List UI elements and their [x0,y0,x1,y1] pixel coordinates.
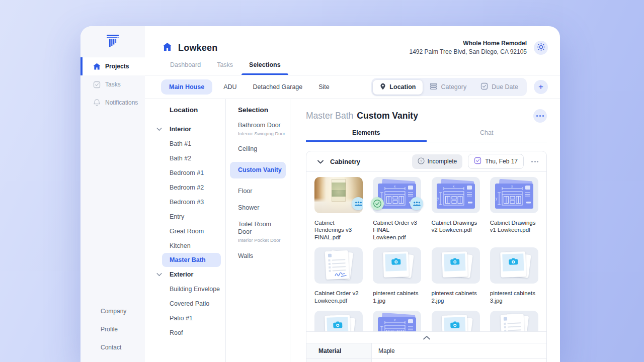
group-by-label: Category [441,83,466,90]
location-item-bath-1[interactable]: Bath #1 [145,136,225,151]
location-item-label: Building Envelope [170,286,220,293]
selection-item-label: Ceiling [238,145,286,153]
status-badge[interactable]: ? Incomplete [412,154,463,169]
shared-people-badge [410,197,423,210]
camera-thumbnail [314,311,363,331]
location-item-master-bath[interactable]: Master Bath [162,253,221,267]
tab-selections[interactable]: Selections [249,61,281,75]
file-card[interactable]: x y Cabinet Order v3 FINAL Lowkeen.pdf [373,177,421,241]
file-card[interactable] [432,311,480,331]
file-card[interactable]: x y Cabinet Drawings v1 Lowkeen.pdf [490,177,538,241]
group-by-control: LocationCategoryDue Date [371,78,527,96]
sidebar-link-profile[interactable]: Profile [101,326,145,333]
due-date-badge[interactable]: Thu, Feb 17 [468,154,524,169]
document-page [325,250,350,280]
sidebar-item-label: Projects [105,63,129,70]
blueprint-thumb-art: x y [490,177,538,213]
chevron-down-icon [317,157,324,166]
sidebar-link-company[interactable]: Company [101,308,145,315]
location-item-patio-1[interactable]: Patio #1 [145,311,225,325]
selection-tabs: ElementsChat [306,129,547,142]
chevron-up-icon [423,333,430,342]
selection-item-label: Shower [238,204,286,212]
sidebar-link-contact[interactable]: Contact [101,344,145,351]
add-button[interactable]: + [534,80,548,94]
spec-label: Material [306,343,372,358]
location-item-great-room[interactable]: Great Room [145,224,225,238]
element-more-button[interactable] [529,159,540,164]
selection-item-walls[interactable]: Walls [226,252,290,260]
tab-chat[interactable]: Chat [427,129,547,142]
group-by-location[interactable]: Location [373,80,423,95]
selection-item-toilet-room-door[interactable]: Toilet Room DoorInterior Pocket Door [226,221,290,243]
app-logo[interactable] [80,26,145,57]
blueprint-thumbnail: x y [373,311,421,331]
sidebar-item-notifications[interactable]: Notifications [80,94,145,112]
element-card-header[interactable]: Cabinetry ? Incomplete [306,151,546,171]
location-item-label: Covered Patio [170,300,209,307]
settings-button[interactable] [534,41,548,55]
file-card[interactable]: pinterest cabinets 3.jpg [490,247,538,304]
page-title: Lowkeen [178,43,217,53]
file-card[interactable]: pinterest cabinets 1.jpg [373,247,421,304]
tab-elements[interactable]: Elements [306,129,427,142]
sidebar-item-tasks[interactable]: Tasks [80,75,145,94]
group-by-label: Location [389,83,416,90]
camera-thumbnail [490,247,538,284]
selection-item-bathroom-door[interactable]: Bathroom DoorInterior Swinging Door [226,122,290,136]
selection-item-custom-vanity[interactable]: Custom Vanity [230,162,286,178]
signature-icon [334,271,348,278]
building-chip-site[interactable]: Site [313,79,335,95]
photo-stack-front [442,252,468,278]
group-by-category[interactable]: Category [423,80,473,94]
file-card[interactable]: Cabinet Order v2 Lowkeen.pdf [314,247,363,304]
file-card[interactable]: x y [373,311,421,331]
location-item-bedroom-1[interactable]: Bedroom #1 [145,165,225,180]
selection-item-shower[interactable]: Shower [226,204,290,212]
location-item-covered-patio[interactable]: Covered Patio [145,296,225,311]
pin-icon [380,83,386,92]
file-card[interactable]: pinterest cabinets 2.jpg [432,247,480,304]
collapse-files-button[interactable] [306,331,546,343]
sidebar-footer: CompanyProfileContact [80,308,145,362]
location-item-bedroom-2[interactable]: Bedroom #2 [145,180,225,195]
status-label: Incomplete [428,158,457,165]
location-item-bath-2[interactable]: Bath #2 [145,151,225,165]
file-card[interactable] [490,311,538,331]
location-item-building-envelope[interactable]: Building Envelope [145,282,225,296]
file-name: pinterest cabinets 2.jpg [432,290,480,304]
due-date-label: Thu, Feb 17 [485,158,518,165]
location-item-roof[interactable]: Roof [145,325,225,340]
app-window: ProjectsTasksNotifications CompanyProfil… [80,26,560,362]
document-thumbnail [490,311,538,331]
file-card[interactable]: x y Cabinet Drawings v2 Lowkeen.pdf [432,177,480,241]
building-chip-adu[interactable]: ADU [218,79,242,95]
sidebar-nav: ProjectsTasksNotifications [80,57,145,112]
file-card[interactable]: Cabinet Renderings v3 FINAL.pdf [314,177,363,241]
location-item-bedroom-3[interactable]: Bedroom #3 [145,195,225,209]
tab-tasks[interactable]: Tasks [217,61,233,75]
building-chips: Main HouseADUDetached GarageSite [161,79,335,95]
spec-row: Door/Drawer StyleShaker, 1-panel [306,359,546,362]
checkbox-icon [93,80,101,88]
location-item-exterior[interactable]: Exterior [145,267,225,282]
group-by-due-date[interactable]: Due Date [473,79,525,95]
selection-item-ceiling[interactable]: Ceiling [226,145,290,153]
building-chip-detached-garage[interactable]: Detached Garage [248,79,308,95]
project-type: Whole Home Remodel [410,39,527,48]
photo-thumbnail [314,177,363,213]
pillar-logo-icon [105,33,121,51]
selection-item-floor[interactable]: Floor [226,188,290,195]
blueprint-thumbnail: x y [432,177,480,213]
selection-more-button[interactable] [533,109,547,123]
building-chip-main-house[interactable]: Main House [161,79,212,95]
sidebar-item-projects[interactable]: Projects [80,57,145,75]
location-item-kitchen[interactable]: Kitchen [145,238,225,253]
location-item-label: Bedroom #2 [170,184,204,191]
plus-icon: + [538,82,543,92]
location-item-entry[interactable]: Entry [145,209,225,224]
location-item-interior[interactable]: Interior [145,122,225,136]
file-card[interactable] [314,311,363,331]
body-panels: Location InteriorBath #1Bath #2Bedroom #… [145,99,560,362]
tab-dashboard[interactable]: Dashboard [170,61,201,75]
